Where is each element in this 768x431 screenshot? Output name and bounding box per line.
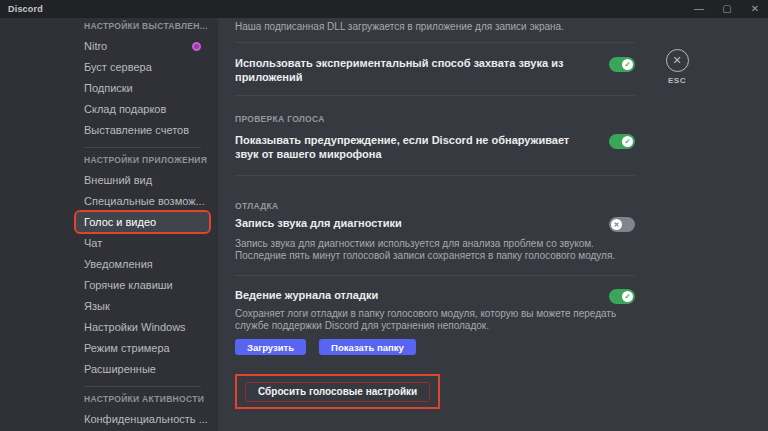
sidebar-item-subscriptions[interactable]: Подписки [76,78,209,98]
close-settings-button[interactable]: ✕ [666,49,689,72]
minimize-icon[interactable]: — [692,0,706,18]
sidebar-header-app-settings: НАСТРОЙКИ ПРИЛОЖЕНИЯ [76,155,209,165]
close-icon[interactable]: ✕ [748,0,762,18]
voice-video-settings-panel: Наша подписанная DLL загружается в прило… [218,18,768,431]
window-title: Discord [8,4,43,14]
close-x-icon: ✕ [672,54,681,67]
sidebar-item-appearance[interactable]: Внешний вид [76,170,209,190]
sidebar-item-voice-video[interactable]: Голос и видео [76,212,209,232]
toggle-check-icon: ✓ [622,291,633,302]
debug-logging-setting: Ведение журнала отладки ✓ [235,288,635,304]
experimental-capture-toggle[interactable]: ✓ [609,57,635,72]
settings-sidebar: НАСТРОЙКИ ВЫСТАВЛЕН... Nitro Буст сервер… [0,18,218,431]
download-logs-button[interactable]: Загрузить [235,339,306,355]
debug-logging-label: Ведение журнала отладки [235,288,378,302]
diagnostic-recording-label: Запись звука для диагностики [235,216,402,230]
sidebar-item-language[interactable]: Язык [76,296,209,316]
toggle-check-icon: ✓ [622,59,633,70]
sidebar-item-nitro[interactable]: Nitro [76,36,209,56]
mic-warning-toggle[interactable]: ✓ [609,134,635,149]
voice-check-header: ПРОВЕРКА ГОЛОСА [235,114,635,124]
close-settings: ✕ ESC [654,49,700,85]
maximize-icon[interactable]: ▢ [720,0,734,18]
toggle-check-icon: ✓ [622,136,633,147]
sidebar-item-label: Nitro [84,36,107,56]
sidebar-item-accessibility[interactable]: Специальные возмож... [76,191,209,211]
debug-logging-description: Сохраняет логи отладки в папку голосовог… [235,308,635,331]
sidebar-item-gift-inventory[interactable]: Склад подарков [76,99,209,119]
window-controls: — ▢ ✕ [692,0,762,18]
experimental-capture-setting: Использовать экспериментальный способ за… [235,56,635,84]
sidebar-item-notifications[interactable]: Уведомления [76,254,209,274]
mic-warning-label: Показывать предупреждение, если Discord … [235,133,595,161]
debug-log-buttons: Загрузить Показать папку [235,339,635,355]
sidebar-item-advanced[interactable]: Расширенные [76,359,209,379]
diagnostic-recording-description: Запись звука для диагностики используетс… [235,238,635,261]
divider [235,275,635,276]
sidebar-divider [84,147,201,148]
experimental-capture-label: Использовать экспериментальный способ за… [235,56,595,84]
sidebar-item-privacy[interactable]: Конфиденциальность ... [76,409,209,429]
reset-voice-settings-button[interactable]: Сбросить голосовые настройки [245,382,430,402]
divider [235,175,635,176]
diagnostic-recording-setting: Запись звука для диагностики ✕ [235,216,635,232]
mic-warning-setting: Показывать предупреждение, если Discord … [235,133,635,161]
dll-note: Наша подписанная DLL загружается в прило… [235,21,635,33]
red-annotation-box: Сбросить голосовые настройки [235,374,440,409]
debug-header: ОТЛАДКА [235,201,635,211]
sidebar-divider [84,386,201,387]
debug-logging-toggle[interactable]: ✓ [609,289,635,304]
sidebar-header-billing: НАСТРОЙКИ ВЫСТАВЛЕН... [76,21,209,31]
divider [235,42,635,43]
toggle-cross-icon: ✕ [611,219,622,230]
divider [235,95,635,96]
esc-label: ESC [654,76,700,85]
sidebar-item-chat[interactable]: Чат [76,233,209,253]
sidebar-item-windows-settings[interactable]: Настройки Windows [76,317,209,337]
sidebar-item-server-boost[interactable]: Буст сервера [76,57,209,77]
diagnostic-recording-toggle[interactable]: ✕ [609,217,635,232]
titlebar: Discord — ▢ ✕ [0,0,768,18]
nitro-gem-icon [192,42,201,51]
show-folder-button[interactable]: Показать папку [319,339,416,355]
sidebar-item-billing[interactable]: Выставление счетов [76,120,209,140]
sidebar-item-streamer-mode[interactable]: Режим стримера [76,338,209,358]
sidebar-item-hotkeys[interactable]: Горячие клавиши [76,275,209,295]
sidebar-header-activity-settings: НАСТРОЙКИ АКТИВНОСТИ [76,394,209,404]
